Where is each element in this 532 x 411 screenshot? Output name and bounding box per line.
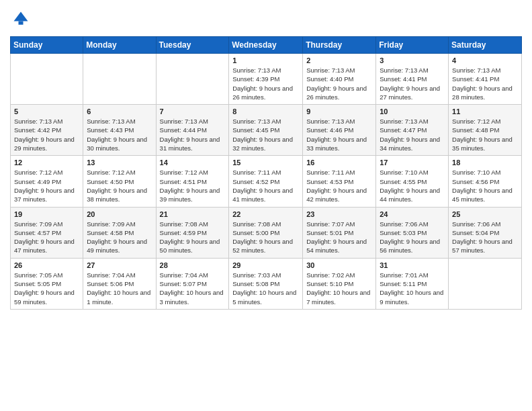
day-info: Sunrise: 7:10 AM Sunset: 4:56 PM Dayligh… [452, 168, 518, 203]
day-number: 25 [452, 210, 518, 218]
weekday-header-row: SundayMondayTuesdayWednesdayThursdayFrid… [11, 37, 522, 54]
day-info: Sunrise: 7:02 AM Sunset: 5:10 PM Dayligh… [306, 271, 372, 306]
day-cell: 24Sunrise: 7:06 AM Sunset: 5:03 PM Dayli… [376, 207, 449, 258]
day-number: 28 [160, 261, 226, 269]
day-info: Sunrise: 7:13 AM Sunset: 4:41 PM Dayligh… [452, 66, 518, 101]
day-number: 21 [160, 210, 226, 218]
day-info: Sunrise: 7:08 AM Sunset: 5:00 PM Dayligh… [232, 220, 299, 255]
day-cell: 1Sunrise: 7:13 AM Sunset: 4:39 PM Daylig… [229, 54, 303, 105]
day-cell: 19Sunrise: 7:09 AM Sunset: 4:57 PM Dayli… [11, 207, 83, 258]
day-cell: 14Sunrise: 7:12 AM Sunset: 4:51 PM Dayli… [156, 156, 229, 207]
day-cell: 27Sunrise: 7:04 AM Sunset: 5:06 PM Dayli… [83, 258, 156, 309]
week-row-1: 1Sunrise: 7:13 AM Sunset: 4:39 PM Daylig… [11, 54, 522, 105]
day-info: Sunrise: 7:05 AM Sunset: 5:05 PM Dayligh… [14, 271, 79, 306]
day-cell: 5Sunrise: 7:13 AM Sunset: 4:42 PM Daylig… [11, 105, 83, 156]
week-row-4: 19Sunrise: 7:09 AM Sunset: 4:57 PM Dayli… [11, 207, 522, 258]
day-cell: 22Sunrise: 7:08 AM Sunset: 5:00 PM Dayli… [229, 207, 303, 258]
day-info: Sunrise: 7:11 AM Sunset: 4:52 PM Dayligh… [232, 168, 299, 203]
weekday-friday: Friday [376, 37, 449, 54]
day-cell: 29Sunrise: 7:03 AM Sunset: 5:08 PM Dayli… [229, 258, 303, 309]
week-row-5: 26Sunrise: 7:05 AM Sunset: 5:05 PM Dayli… [11, 258, 522, 309]
day-number: 14 [160, 158, 226, 167]
week-row-3: 12Sunrise: 7:12 AM Sunset: 4:49 PM Dayli… [11, 156, 522, 207]
day-cell: 28Sunrise: 7:04 AM Sunset: 5:07 PM Dayli… [156, 258, 229, 309]
day-cell: 15Sunrise: 7:11 AM Sunset: 4:52 PM Dayli… [229, 156, 303, 207]
day-number: 4 [452, 56, 518, 64]
day-number: 23 [306, 210, 372, 218]
day-cell: 8Sunrise: 7:13 AM Sunset: 4:45 PM Daylig… [229, 105, 303, 156]
svg-rect-1 [19, 21, 24, 25]
day-info: Sunrise: 7:01 AM Sunset: 5:11 PM Dayligh… [380, 271, 445, 306]
day-info: Sunrise: 7:12 AM Sunset: 4:49 PM Dayligh… [14, 168, 79, 203]
day-number: 6 [87, 107, 152, 116]
day-number: 26 [14, 261, 79, 269]
svg-marker-0 [14, 12, 28, 21]
day-cell [83, 54, 156, 105]
weekday-sunday: Sunday [11, 37, 83, 54]
day-number: 16 [306, 158, 372, 167]
day-info: Sunrise: 7:12 AM Sunset: 4:50 PM Dayligh… [87, 168, 152, 203]
weekday-saturday: Saturday [449, 37, 522, 54]
logo [10, 9, 33, 31]
day-info: Sunrise: 7:09 AM Sunset: 4:58 PM Dayligh… [87, 220, 152, 255]
day-cell: 17Sunrise: 7:10 AM Sunset: 4:55 PM Dayli… [376, 156, 449, 207]
day-cell: 3Sunrise: 7:13 AM Sunset: 4:41 PM Daylig… [376, 54, 449, 105]
day-number: 1 [232, 56, 299, 64]
day-info: Sunrise: 7:06 AM Sunset: 5:04 PM Dayligh… [452, 220, 518, 255]
day-cell: 9Sunrise: 7:13 AM Sunset: 4:46 PM Daylig… [303, 105, 376, 156]
day-number: 10 [380, 107, 445, 116]
day-info: Sunrise: 7:13 AM Sunset: 4:44 PM Dayligh… [160, 117, 226, 152]
day-info: Sunrise: 7:13 AM Sunset: 4:43 PM Dayligh… [87, 117, 152, 152]
day-info: Sunrise: 7:13 AM Sunset: 4:47 PM Dayligh… [380, 117, 445, 152]
day-number: 20 [87, 210, 152, 218]
day-info: Sunrise: 7:13 AM Sunset: 4:40 PM Dayligh… [306, 66, 372, 101]
day-info: Sunrise: 7:12 AM Sunset: 4:51 PM Dayligh… [160, 168, 226, 203]
day-cell: 12Sunrise: 7:12 AM Sunset: 4:49 PM Dayli… [11, 156, 83, 207]
header [10, 7, 522, 31]
day-cell: 26Sunrise: 7:05 AM Sunset: 5:05 PM Dayli… [11, 258, 83, 309]
day-cell: 11Sunrise: 7:12 AM Sunset: 4:48 PM Dayli… [449, 105, 522, 156]
day-cell [11, 54, 83, 105]
day-number: 18 [452, 158, 518, 167]
day-cell: 20Sunrise: 7:09 AM Sunset: 4:58 PM Dayli… [83, 207, 156, 258]
day-number: 8 [232, 107, 299, 116]
day-cell: 7Sunrise: 7:13 AM Sunset: 4:44 PM Daylig… [156, 105, 229, 156]
day-cell: 25Sunrise: 7:06 AM Sunset: 5:04 PM Dayli… [449, 207, 522, 258]
day-cell [156, 54, 229, 105]
day-info: Sunrise: 7:13 AM Sunset: 4:45 PM Dayligh… [232, 117, 299, 152]
day-cell: 16Sunrise: 7:11 AM Sunset: 4:53 PM Dayli… [303, 156, 376, 207]
day-number: 3 [380, 56, 445, 64]
day-number: 27 [87, 261, 152, 269]
day-cell: 13Sunrise: 7:12 AM Sunset: 4:50 PM Dayli… [83, 156, 156, 207]
day-cell: 2Sunrise: 7:13 AM Sunset: 4:40 PM Daylig… [303, 54, 376, 105]
day-number: 24 [380, 210, 445, 218]
day-info: Sunrise: 7:11 AM Sunset: 4:53 PM Dayligh… [306, 168, 372, 203]
day-info: Sunrise: 7:04 AM Sunset: 5:06 PM Dayligh… [87, 271, 152, 306]
day-info: Sunrise: 7:13 AM Sunset: 4:41 PM Dayligh… [380, 66, 445, 101]
day-number: 29 [232, 261, 299, 269]
logo-icon [11, 9, 30, 28]
day-cell: 18Sunrise: 7:10 AM Sunset: 4:56 PM Dayli… [449, 156, 522, 207]
day-number: 2 [306, 56, 372, 64]
day-info: Sunrise: 7:08 AM Sunset: 4:59 PM Dayligh… [160, 220, 226, 255]
day-info: Sunrise: 7:10 AM Sunset: 4:55 PM Dayligh… [380, 168, 445, 203]
day-number: 9 [306, 107, 372, 116]
day-number: 22 [232, 210, 299, 218]
day-cell: 23Sunrise: 7:07 AM Sunset: 5:01 PM Dayli… [303, 207, 376, 258]
day-number: 30 [306, 261, 372, 269]
day-number: 15 [232, 158, 299, 167]
day-cell: 21Sunrise: 7:08 AM Sunset: 4:59 PM Dayli… [156, 207, 229, 258]
day-number: 5 [14, 107, 79, 116]
day-number: 17 [380, 158, 445, 167]
day-cell: 10Sunrise: 7:13 AM Sunset: 4:47 PM Dayli… [376, 105, 449, 156]
day-cell [449, 258, 522, 309]
weekday-monday: Monday [83, 37, 156, 54]
day-number: 31 [380, 261, 445, 269]
page: SundayMondayTuesdayWednesdayThursdayFrid… [0, 0, 532, 411]
day-info: Sunrise: 7:12 AM Sunset: 4:48 PM Dayligh… [452, 117, 518, 152]
day-cell: 4Sunrise: 7:13 AM Sunset: 4:41 PM Daylig… [449, 54, 522, 105]
weekday-tuesday: Tuesday [156, 37, 229, 54]
day-number: 7 [160, 107, 226, 116]
day-number: 19 [14, 210, 79, 218]
day-number: 12 [14, 158, 79, 167]
